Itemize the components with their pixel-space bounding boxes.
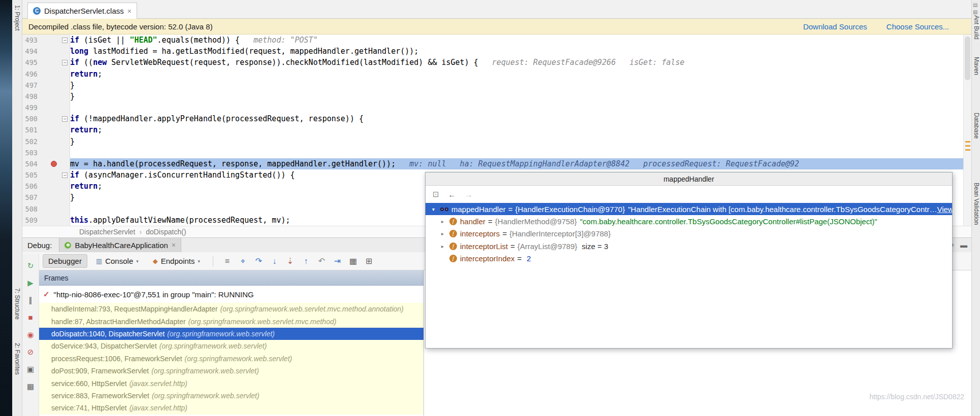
variable-row[interactable]: ▾mappedHandler={HandlerExecutionChain@97…	[426, 203, 952, 215]
fold-icon[interactable]: −	[62, 60, 68, 65]
frame-row[interactable]: handle:87, AbstractHandlerMethodAdapter(…	[39, 315, 423, 327]
frame-row[interactable]: doPost:909, FrameworkServlet(org.springf…	[39, 365, 423, 377]
popup-toolbar: ⊡←→	[426, 186, 952, 203]
fold-column	[59, 181, 70, 192]
close-tab-icon[interactable]: ×	[127, 7, 132, 15]
editor-scrollbar[interactable]	[963, 34, 971, 226]
code-text: return;	[70, 68, 963, 80]
rerun-icon[interactable]: ↻	[27, 262, 34, 269]
fold-column	[59, 91, 70, 102]
code-line[interactable]: 504 mv = ha.handle(processedRequest, res…	[22, 158, 963, 169]
chevron-right-icon[interactable]: ▸	[439, 231, 446, 236]
hide-panel-icon[interactable]: ▬	[960, 241, 967, 249]
view-link[interactable]: View	[937, 205, 952, 214]
view-breakpoints-icon[interactable]: ◉	[27, 331, 34, 338]
code-line[interactable]: 498 }	[22, 91, 963, 102]
editor-tab[interactable]: C DispatcherServlet.class ×	[27, 3, 137, 19]
decompiler-banner: Decompiled .class file, bytecode version…	[22, 19, 971, 34]
code-token: this	[70, 216, 88, 225]
show-execution-point-icon[interactable]: ⌖	[236, 257, 250, 266]
stop-icon[interactable]: ■	[28, 314, 32, 321]
tool-stripe-button-beanvalidation[interactable]: Bean Validation	[973, 183, 980, 225]
resume-icon[interactable]: ▶	[27, 279, 34, 287]
fold-icon[interactable]: −	[62, 38, 68, 43]
code-line[interactable]: 499	[22, 102, 963, 113]
tool-stripe-button-database[interactable]: Database	[973, 113, 980, 138]
mute-breakpoints-icon[interactable]: ⊘	[27, 348, 34, 356]
frame-row[interactable]: service:660, HttpServlet(javax.servlet.h…	[39, 377, 423, 389]
code-line[interactable]: 493− if (isGet || "HEAD".equals(method))…	[22, 34, 963, 46]
step-out-icon[interactable]: ↑	[299, 257, 313, 266]
thread-dump-icon[interactable]: ▣	[27, 365, 34, 373]
tab-console[interactable]: ▥ Console ▾	[90, 254, 144, 268]
chevron-right-icon[interactable]: ▸	[439, 219, 446, 224]
tool-stripe-button-antbuild[interactable]: Ant Build	[973, 15, 980, 40]
stripe-window-icon[interactable]: ▧	[973, 9, 977, 15]
breakpoint-icon[interactable]	[51, 161, 57, 167]
run-to-cursor-icon[interactable]: ⇥	[331, 256, 344, 266]
debug-session-tab[interactable]: BabyHealthCareApplication ×	[59, 238, 181, 252]
step-over-icon[interactable]: ↷	[252, 256, 266, 266]
tool-stripe-button-project[interactable]: 1: Project	[14, 5, 21, 31]
pause-icon[interactable]: ∥	[28, 296, 32, 304]
drop-frame-icon[interactable]: ↶	[315, 256, 329, 266]
code-token: .equals(method)) {	[157, 36, 240, 45]
fold-column: −	[59, 113, 70, 124]
code-line[interactable]: 503	[22, 147, 963, 158]
forward-icon[interactable]: →	[465, 190, 473, 199]
frame-row[interactable]: doService:943, DispatcherServlet(org.spr…	[39, 340, 423, 352]
code-token: if	[70, 36, 79, 45]
choose-sources-link[interactable]: Choose Sources...	[887, 22, 949, 31]
error-stripe-mark[interactable]	[965, 145, 970, 147]
scrollbar-thumb[interactable]	[965, 37, 970, 80]
close-session-icon[interactable]: ×	[172, 241, 176, 249]
code-token: mv = ha.handle(processedRequest, respons…	[70, 159, 396, 168]
thread-row[interactable]: ✓ "http-nio-8086-exec-10"@7,551 in group…	[39, 286, 423, 303]
code-line[interactable]: 497 }	[22, 80, 963, 91]
fold-icon[interactable]: −	[62, 116, 68, 122]
download-sources-link[interactable]: Download Sources	[803, 22, 867, 31]
variable-name: interceptors	[460, 229, 500, 238]
tool-stripe-button-maven[interactable]: Maven	[973, 57, 980, 75]
frame-row[interactable]: processRequest:1006, FrameworkServlet(or…	[39, 353, 423, 365]
tool-stripe-button-favorites[interactable]: 2: Favorites	[14, 343, 21, 375]
error-stripe-mark[interactable]	[965, 141, 970, 143]
error-stripe-mark[interactable]	[965, 149, 970, 151]
code-line[interactable]: 501 return;	[22, 124, 963, 135]
variable-row[interactable]: ▸fhandler={HandlerMethod@9758}"com.baby.…	[426, 215, 952, 227]
frame-row[interactable]: service:883, FrameworkServlet(org.spring…	[39, 390, 423, 402]
tab-endpoints[interactable]: ◆ Endpoints ▾	[147, 254, 206, 268]
evaluate-expression-icon[interactable]: ▦	[346, 256, 360, 266]
variable-name: interceptorList	[460, 242, 508, 251]
copy-value-icon[interactable]: ⊡	[433, 190, 439, 199]
breadcrumb-method[interactable]: doDispatch()	[146, 228, 186, 236]
more-options-icon[interactable]: ⊞	[362, 256, 376, 266]
frame-row[interactable]: doDispatch:1040, DispatcherServlet(org.s…	[39, 328, 423, 340]
code-line[interactable]: 495− if ((new ServletWebRequest(request,…	[22, 57, 963, 68]
breadcrumb-class[interactable]: DispatcherServlet	[79, 228, 136, 236]
frame-method: handleInternal:793, RequestMappingHandle…	[51, 305, 218, 313]
frame-row[interactable]: handleInternal:793, RequestMappingHandle…	[39, 303, 423, 315]
frame-method: doDispatch:1040, DispatcherServlet	[51, 330, 165, 338]
chevron-down-icon[interactable]: ▾	[430, 206, 437, 212]
back-icon[interactable]: ←	[448, 190, 456, 199]
code-line[interactable]: 494 long lastModified = ha.getLastModifi…	[22, 46, 963, 57]
chevron-right-icon[interactable]: ▸	[439, 244, 446, 249]
tab-debugger[interactable]: Debugger	[43, 254, 87, 268]
step-into-icon[interactable]: ↓	[268, 257, 281, 266]
code-line[interactable]: 500− if (!mappedHandler.applyPreHandle(p…	[22, 113, 963, 124]
fold-icon[interactable]: −	[62, 172, 68, 178]
tool-stripe-button-structure[interactable]: 7: Structure	[14, 288, 21, 320]
restore-layout-icon[interactable]: ▦	[27, 383, 34, 390]
variable-row[interactable]: finterceptorIndex=2	[426, 252, 952, 264]
variable-row[interactable]: ▸finterceptors={HandlerInterceptor[3]@97…	[426, 228, 952, 240]
code-line[interactable]: 496 return;	[22, 68, 963, 80]
stripe-window-icon[interactable]: ▤	[973, 2, 977, 8]
force-step-into-icon[interactable]: ⇣	[283, 256, 297, 266]
layout-settings-icon[interactable]: ≡	[220, 257, 234, 266]
code-line[interactable]: 502 }	[22, 136, 963, 147]
fold-column: −	[59, 57, 70, 68]
variable-row[interactable]: ▸finterceptorList={ArrayList@9789}size =…	[426, 240, 952, 252]
gutter-marker-area	[38, 46, 59, 57]
frame-row[interactable]: service:741, HttpServlet(javax.servlet.h…	[39, 402, 423, 414]
